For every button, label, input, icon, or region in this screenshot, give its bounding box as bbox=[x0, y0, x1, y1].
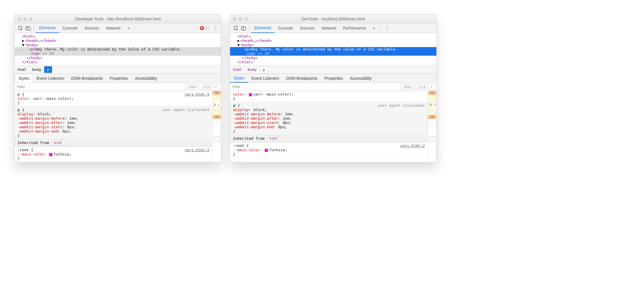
kebab-menu-icon[interactable]: ⋮ bbox=[213, 25, 219, 31]
cls-toggle[interactable]: .cls bbox=[415, 84, 428, 90]
color-swatch[interactable] bbox=[249, 93, 252, 96]
style-declaration[interactable]: -webkit-margin-before: 1em; bbox=[233, 112, 425, 116]
style-declaration[interactable]: --main-color: fuchsia; bbox=[18, 152, 209, 156]
panel-tab-elements[interactable]: Elements bbox=[36, 23, 59, 33]
kebab-menu-icon[interactable]: ⋮ bbox=[385, 25, 390, 31]
breadcrumb-html[interactable]: html bbox=[230, 66, 245, 73]
zoom-icon[interactable] bbox=[29, 17, 32, 21]
subtab-properties[interactable]: Properties bbox=[106, 74, 132, 83]
checkbox[interactable] bbox=[430, 136, 435, 141]
checkbox[interactable] bbox=[214, 136, 219, 141]
inspect-icon[interactable] bbox=[17, 24, 24, 32]
style-declaration[interactable]: -webkit-margin-before: 1em; bbox=[18, 116, 209, 121]
filter-input[interactable]: Filter bbox=[17, 85, 184, 89]
dom-node[interactable]: </body> bbox=[230, 56, 436, 60]
breadcrumb-html[interactable]: html bbox=[15, 66, 29, 73]
svg-rect-0 bbox=[19, 26, 22, 29]
style-declaration[interactable]: -webkit-margin-after: 1em; bbox=[233, 116, 425, 121]
style-declaration[interactable]: display: block; bbox=[18, 112, 209, 116]
dom-node-selected[interactable]: … <p>Hey there. My color is determined b… bbox=[15, 47, 221, 56]
inherited-tag[interactable]: html bbox=[52, 140, 64, 145]
device-toggle-icon[interactable] bbox=[240, 24, 247, 32]
dom-node[interactable]: </html> bbox=[15, 60, 221, 64]
rule-source-link[interactable]: vars.html:5 bbox=[185, 92, 209, 96]
style-declaration[interactable]: --main-color: fuchsia; bbox=[233, 148, 425, 152]
rule-source-link[interactable]: vars.html:2 bbox=[400, 143, 425, 148]
overview-row: 16 bbox=[428, 115, 436, 119]
device-toggle-icon[interactable] bbox=[24, 24, 32, 32]
hov-toggle[interactable]: :hov bbox=[185, 84, 198, 90]
overview-row: 16 bbox=[213, 115, 221, 119]
subtab-accessibility[interactable]: Accessibility bbox=[132, 74, 160, 83]
inherited-tag[interactable]: html bbox=[268, 136, 279, 141]
new-style-rule-icon[interactable]: + bbox=[429, 84, 434, 90]
panel-tab-network[interactable]: Network bbox=[103, 23, 124, 33]
panel-tab-console[interactable]: Console bbox=[275, 23, 296, 33]
style-declaration[interactable]: -webkit-margin-start: 0px; bbox=[18, 125, 209, 129]
breadcrumb-body[interactable]: body bbox=[29, 66, 44, 73]
dom-node[interactable]: ▶<head>…</head> bbox=[15, 38, 221, 43]
style-declaration[interactable]: -webkit-margin-end: 0px; bbox=[18, 129, 209, 133]
minimize-icon[interactable] bbox=[23, 17, 27, 21]
color-swatch[interactable] bbox=[49, 153, 53, 156]
dom-node[interactable]: </body> bbox=[15, 56, 221, 60]
style-declaration[interactable]: color: var(--main-color); bbox=[18, 96, 209, 101]
breadcrumb-p[interactable]: p bbox=[44, 66, 52, 73]
subtab-accessibility[interactable]: Accessibility bbox=[346, 74, 375, 83]
zoom-icon[interactable] bbox=[244, 17, 248, 21]
subtab-styles[interactable]: Styles bbox=[230, 74, 248, 83]
style-declaration[interactable]: -webkit-margin-start: 0px; bbox=[233, 121, 425, 125]
dom-node[interactable]: ▶<head>…</head> bbox=[230, 38, 436, 43]
panel-tab-more[interactable]: » bbox=[370, 23, 379, 33]
style-rule: vars.html:5p { color: var(--main-color);… bbox=[15, 91, 212, 106]
overview-row bbox=[428, 131, 436, 135]
panel-tab-more[interactable]: » bbox=[124, 23, 133, 33]
style-declaration[interactable]: display: block; bbox=[233, 108, 425, 112]
subtab-dom-breakpoints[interactable]: DOM Breakpoints bbox=[283, 74, 321, 83]
subtab-styles[interactable]: Styles bbox=[15, 74, 33, 83]
panel-tab-sources[interactable]: Sources bbox=[81, 23, 103, 33]
close-icon[interactable] bbox=[18, 17, 21, 21]
minimize-icon[interactable] bbox=[239, 17, 242, 21]
styles-left: color: var(--main-color);}user agent sty… bbox=[230, 91, 428, 158]
dom-node-selected[interactable]: … <p>Hey there. My color is determined b… bbox=[230, 47, 436, 56]
rule-selector[interactable]: p { bbox=[18, 92, 209, 96]
inspect-icon[interactable] bbox=[232, 24, 240, 32]
panel-tab-console[interactable]: Console bbox=[59, 23, 81, 33]
color-swatch[interactable] bbox=[265, 149, 268, 152]
filter-input[interactable]: Filter bbox=[232, 85, 399, 89]
subtab-event-listeners[interactable]: Event Listeners bbox=[33, 74, 68, 83]
rule-selector[interactable]: :root { bbox=[18, 148, 209, 152]
style-rule: vars.html:2:root { --main-color: fuchsia… bbox=[15, 147, 212, 162]
cls-toggle[interactable]: .cls bbox=[199, 84, 212, 90]
overview-row bbox=[213, 119, 221, 123]
dom-node[interactable]: <html> bbox=[230, 34, 436, 38]
panel-tab-network[interactable]: Network bbox=[318, 23, 340, 33]
subtab-dom-breakpoints[interactable]: DOM Breakpoints bbox=[68, 74, 106, 83]
style-declaration[interactable]: -webkit-margin-end: 0px; bbox=[233, 125, 425, 129]
traffic-lights bbox=[18, 17, 32, 21]
styles-panel: vars.html:5p { color: var(--main-color);… bbox=[15, 91, 212, 162]
subtab-event-listeners[interactable]: Event Listeners bbox=[248, 74, 283, 83]
style-declaration[interactable]: color: var(--main-color); bbox=[233, 92, 425, 96]
dom-node[interactable]: <html> bbox=[15, 34, 221, 38]
panel-tab-performance[interactable]: Performance bbox=[340, 23, 369, 33]
hov-toggle[interactable]: :hov bbox=[400, 84, 413, 90]
ellipsis-icon: … bbox=[18, 47, 20, 51]
dom-node[interactable]: ▼<body> bbox=[230, 43, 436, 47]
dom-node[interactable]: ▼<body> bbox=[15, 43, 221, 47]
panel-tab-sources[interactable]: Sources bbox=[296, 23, 318, 33]
new-style-rule-icon[interactable]: + bbox=[213, 84, 219, 90]
style-declaration[interactable]: -webkit-margin-after: 1em; bbox=[18, 121, 209, 125]
panel-tab-elements[interactable]: Elements bbox=[251, 23, 275, 33]
error-count[interactable]: ✕1 bbox=[200, 26, 207, 30]
close-icon[interactable] bbox=[233, 17, 236, 21]
breadcrumb-body[interactable]: body bbox=[245, 66, 259, 73]
subtab-properties[interactable]: Properties bbox=[321, 74, 346, 83]
rule-source-link[interactable]: vars.html:2 bbox=[185, 148, 209, 152]
rule-selector[interactable]: :root { bbox=[233, 143, 425, 148]
inherited-from: Inherited from html bbox=[15, 139, 212, 147]
dom-node[interactable]: </html> bbox=[230, 60, 436, 64]
breadcrumb-p[interactable]: p bbox=[260, 66, 268, 73]
style-rule: color: var(--main-color);} bbox=[230, 91, 428, 102]
